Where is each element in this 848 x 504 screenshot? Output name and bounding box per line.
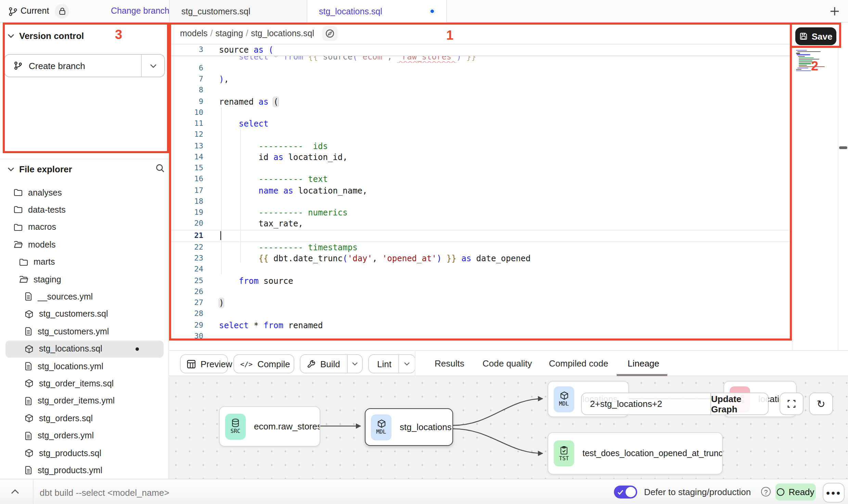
update-graph-button[interactable]: Update Graph: [710, 393, 768, 414]
create-branch-button[interactable]: Create branch: [4, 54, 165, 77]
line-number: 6: [169, 63, 211, 74]
file-tree-item-stg_products.sql[interactable]: stg_products.sql: [5, 445, 164, 462]
search-icon[interactable]: [155, 163, 165, 173]
tab-results[interactable]: Results: [435, 351, 464, 376]
file-name: models: [28, 240, 56, 249]
breadcrumb-segment[interactable]: models: [180, 28, 208, 38]
line-number: 24: [169, 264, 211, 276]
breadcrumb-segment[interactable]: stg_locations.sql: [251, 28, 314, 38]
file-explorer-header[interactable]: File explorer: [8, 164, 72, 174]
code-line-23[interactable]: 23 {{ dbt.date_trunc('day', 'opened_at')…: [169, 253, 792, 264]
editor-tab-stg_locations.sql[interactable]: stg_locations.sql: [307, 0, 447, 23]
file-tree-item-stg_order_items.yml[interactable]: stg_order_items.yml: [5, 393, 164, 410]
tab-lineage[interactable]: Lineage: [628, 351, 659, 376]
compile-button[interactable]: </> Compile: [233, 354, 294, 373]
defer-toggle[interactable]: [614, 486, 637, 499]
code-line-30[interactable]: 30: [169, 331, 792, 342]
file-tree-item-analyses[interactable]: analyses: [5, 184, 164, 201]
panel-resize-handle[interactable]: [839, 146, 847, 149]
file-tree-item-stg_orders.sql[interactable]: stg_orders.sql: [5, 410, 164, 427]
save-button[interactable]: Save: [795, 27, 836, 45]
file-tree-item-marts[interactable]: marts: [5, 253, 164, 270]
line-number: 3: [169, 44, 211, 56]
more-options-button[interactable]: ●●●: [823, 483, 845, 503]
file-tree-item-models[interactable]: models: [5, 236, 164, 253]
create-branch-dropdown[interactable]: [141, 55, 164, 77]
file-name: stg_products.yml: [38, 466, 102, 475]
lineage-node-test[interactable]: TST test_does_location_opened_at_trunc_t…: [548, 432, 723, 475]
code-editor[interactable]: 3source as ( select * from {{ source('ec…: [169, 44, 792, 342]
cube-icon: [377, 419, 386, 428]
code-line-13[interactable]: 13 --------- ids: [169, 141, 792, 152]
code-line-12[interactable]: 12: [169, 130, 792, 141]
file-tree-item-staging[interactable]: staging: [5, 271, 164, 288]
change-branch-link[interactable]: Change branch: [111, 6, 169, 16]
code-line-10[interactable]: 10: [169, 107, 792, 119]
code-line-24[interactable]: 24: [169, 264, 792, 276]
database-icon: [231, 419, 240, 427]
model-cube-icon: [25, 344, 34, 353]
code-line-15[interactable]: 15: [169, 163, 792, 174]
file-name: stg_customers.yml: [38, 327, 109, 336]
code-line-14[interactable]: 14 id as location_id,: [169, 152, 792, 163]
code-line-7[interactable]: 7),: [169, 74, 792, 85]
lineage-selector-bar: Update Graph: [581, 393, 769, 415]
file-icon: [25, 466, 32, 475]
current-branch-label: Current: [21, 6, 49, 16]
lineage-node-stg-locations[interactable]: MDL stg_locations: [365, 408, 453, 446]
file-tree-item-stg_products.yml[interactable]: stg_products.yml: [5, 462, 164, 479]
file-tree-item-stg_locations.sql[interactable]: stg_locations.sql: [5, 340, 164, 357]
code-line-25[interactable]: 25 from source: [169, 275, 792, 287]
lineage-node-source[interactable]: SRC ecom.raw_stores: [219, 406, 320, 447]
lint-button[interactable]: Lint: [368, 354, 415, 373]
file-name: macros: [28, 223, 56, 232]
preview-button[interactable]: Preview: [180, 354, 228, 373]
code-line-19[interactable]: 19 --------- numerics: [169, 207, 792, 218]
code-line-6[interactable]: 6: [169, 63, 792, 74]
code-line-20[interactable]: 20 tax_rate,: [169, 218, 792, 230]
editor-tab-stg_customers.sql[interactable]: stg_customers.sql: [169, 0, 307, 23]
help-icon[interactable]: ?: [761, 487, 771, 496]
top-tab-bar: Current Change branch stg_customers.sqls…: [0, 0, 848, 23]
code-line-11[interactable]: 11 select: [169, 118, 792, 130]
wrench-icon: [300, 359, 316, 368]
refresh-button[interactable]: ↻: [809, 393, 833, 415]
code-line-28[interactable]: 28: [169, 309, 792, 320]
build-button[interactable]: Build: [300, 354, 363, 373]
lint-dropdown[interactable]: [398, 355, 415, 373]
code-line-29[interactable]: 29select * from renamed: [169, 320, 792, 331]
new-tab-plus-icon[interactable]: [830, 6, 840, 16]
breadcrumb-segment[interactable]: staging: [216, 28, 243, 38]
line-number: 23: [169, 253, 211, 264]
code-line-9[interactable]: 9renamed as (: [169, 96, 792, 107]
file-tree-item-macros[interactable]: macros: [5, 219, 164, 236]
file-tree-item-stg_customers.yml[interactable]: stg_customers.yml: [5, 323, 164, 340]
file-tree-item-stg_customers.sql[interactable]: stg_customers.sql: [5, 306, 164, 323]
tab-code-quality[interactable]: Code quality: [483, 351, 532, 376]
code-line-17[interactable]: 17 name as location_name,: [169, 185, 792, 196]
code-line-16[interactable]: 16 --------- text: [169, 174, 792, 185]
code-line-21[interactable]: 21: [169, 229, 792, 242]
file-tree-item-stg_locations.yml[interactable]: stg_locations.yml: [5, 358, 164, 375]
file-tree-item-stg_orders.yml[interactable]: stg_orders.yml: [5, 427, 164, 444]
code-line-27[interactable]: 27): [169, 297, 792, 309]
tab-compiled-code[interactable]: Compiled code: [549, 351, 608, 376]
code-line-8[interactable]: 8: [169, 85, 792, 96]
file-tree-item-data-tests[interactable]: data-tests: [5, 201, 164, 218]
line-number: 18: [169, 196, 211, 208]
code-line-3[interactable]: 3source as (: [169, 44, 792, 56]
fullscreen-button[interactable]: [780, 393, 804, 415]
code-line-18[interactable]: 18: [169, 196, 792, 208]
code-line-22[interactable]: 22 --------- timestamps: [169, 242, 792, 253]
file-tree-item-__sources.yml[interactable]: __sources.yml: [5, 288, 164, 305]
file-tree-item-stg_order_items.sql[interactable]: stg_order_items.sql: [5, 375, 164, 392]
lineage-graph[interactable]: MDL locations locations SRC ecom.raw_sto…: [169, 376, 848, 479]
version-control-header[interactable]: Version control: [8, 31, 84, 41]
chevron-up-icon[interactable]: [11, 489, 19, 494]
code-line-5[interactable]: select * from {{ source('ecom', 'raw_sto…: [169, 56, 792, 63]
dbt-command-input[interactable]: [38, 484, 520, 501]
code-line-26[interactable]: 26: [169, 287, 792, 298]
build-dropdown[interactable]: [347, 355, 362, 373]
lineage-selector-input[interactable]: [582, 393, 710, 414]
docs-link-chip[interactable]: [322, 26, 337, 41]
